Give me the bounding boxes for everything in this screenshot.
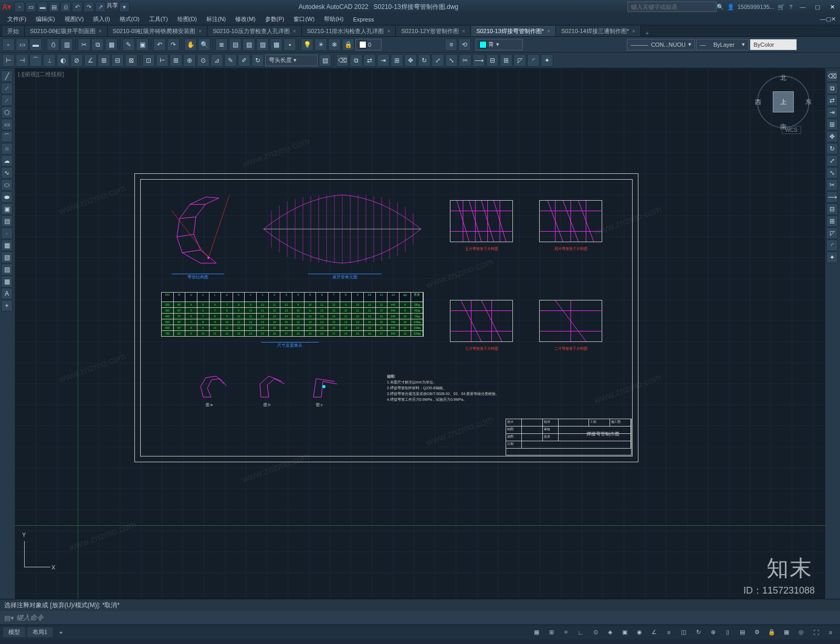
model-icon[interactable]: ▦ xyxy=(530,627,543,638)
mtext-icon[interactable]: A xyxy=(1,288,13,299)
r-rotate-icon[interactable]: ↻ xyxy=(826,143,838,154)
cut-icon[interactable]: ✂ xyxy=(78,38,90,51)
dim-ord-icon[interactable]: ⟂ xyxy=(43,54,56,67)
arc-icon[interactable]: ⌒ xyxy=(1,131,13,142)
save-icon[interactable]: ▬ xyxy=(37,2,48,12)
zoom-icon[interactable]: 🔍 xyxy=(198,38,211,51)
r-scale-icon[interactable]: ⤢ xyxy=(826,155,838,167)
menu-view[interactable]: 视图(V) xyxy=(60,14,88,24)
r-explode-icon[interactable]: ✦ xyxy=(826,252,838,263)
region-icon[interactable]: ▨ xyxy=(1,264,13,275)
tab-close-icon[interactable]: × xyxy=(387,28,390,34)
new-drawing-icon[interactable]: ▫ xyxy=(2,38,15,51)
tool-icon[interactable]: ▨ xyxy=(256,38,269,51)
preview-icon[interactable]: ▥ xyxy=(60,38,73,51)
dim-arc-icon[interactable]: ⌒ xyxy=(29,54,42,67)
dim-break-icon[interactable]: ⊢ xyxy=(156,54,169,67)
cart-icon[interactable]: 🛒 xyxy=(778,4,785,11)
erase-icon[interactable]: ⌫ xyxy=(336,54,349,67)
minimize-icon[interactable]: — xyxy=(797,2,808,12)
save-drawing-icon[interactable]: ▬ xyxy=(29,38,42,51)
ucs-icon[interactable]: XY xyxy=(24,536,56,567)
layer-dropdown[interactable]: 0 xyxy=(355,39,382,50)
ellipse-icon[interactable]: ⬭ xyxy=(1,179,13,191)
dim-ang-icon[interactable]: ∠ xyxy=(84,54,97,67)
inspect-icon[interactable]: ⊙ xyxy=(197,54,209,67)
tab-close-icon[interactable]: × xyxy=(462,28,465,34)
dim-space-icon[interactable]: ⊡ xyxy=(142,54,155,67)
workspace-icon[interactable]: ⚙ xyxy=(751,627,763,638)
dim-linear-icon[interactable]: ⊢ xyxy=(2,54,15,67)
dimstyle-dropdown[interactable]: 弯头长度 ▾ xyxy=(265,55,318,66)
r-break-icon[interactable]: ⊟ xyxy=(826,203,838,215)
snap-icon[interactable]: ⌗ xyxy=(560,627,572,638)
offset-icon[interactable]: ⇥ xyxy=(377,54,390,67)
r-offset-icon[interactable]: ⇥ xyxy=(826,107,838,118)
file-tab-active[interactable]: S0210-13焊接弯管制作图*× xyxy=(471,26,556,36)
dim-rad-icon[interactable]: ◐ xyxy=(57,54,69,67)
add-layout-icon[interactable]: + xyxy=(55,627,67,638)
file-tab[interactable]: S0210-10压力管检查人孔详图× xyxy=(207,26,302,36)
viewcube-top[interactable]: 上 xyxy=(773,91,794,112)
scale-icon[interactable]: ⤢ xyxy=(432,54,444,67)
join-icon[interactable]: ⊞ xyxy=(500,54,512,67)
viewcube-w[interactable]: 西 xyxy=(755,98,761,107)
viewport-label[interactable]: [-][俯视][二维线框] xyxy=(18,70,64,78)
lock-icon[interactable]: 🔒 xyxy=(342,38,354,51)
new-icon[interactable]: ▫ xyxy=(14,2,25,12)
paste-icon[interactable]: ▦ xyxy=(105,38,118,51)
calc-icon[interactable]: ▪ xyxy=(284,38,296,51)
r-copy-icon[interactable]: ⧉ xyxy=(826,82,838,94)
layer-color-dropdown[interactable]: 青 ▾ xyxy=(476,39,523,50)
dimstyle-icon[interactable]: ▤ xyxy=(319,54,331,67)
cycling-icon[interactable]: ↻ xyxy=(692,627,705,638)
extend-icon[interactable]: ⟶ xyxy=(472,54,485,67)
gradient-icon[interactable]: ▧ xyxy=(1,252,13,263)
transparency-icon[interactable]: ◫ xyxy=(677,627,690,638)
layerprev-icon[interactable]: ⟲ xyxy=(458,38,471,51)
undo2-icon[interactable]: ↶ xyxy=(153,38,166,51)
props-icon[interactable]: ▤ xyxy=(229,38,242,51)
open-drawing-icon[interactable]: ▭ xyxy=(16,38,28,51)
block-icon[interactable]: ▣ xyxy=(136,38,149,51)
quickprops-icon[interactable]: ▤ xyxy=(736,627,749,638)
block2-icon[interactable]: ▤ xyxy=(1,215,13,227)
mirror-icon[interactable]: ⇄ xyxy=(363,54,376,67)
lineweight-dropdown[interactable]: — ByLayer▾ xyxy=(696,39,749,50)
share-button[interactable]: ↗ xyxy=(95,2,106,12)
polygon-icon[interactable]: ⬠ xyxy=(1,107,13,118)
center-icon[interactable]: ⊕ xyxy=(183,54,196,67)
file-tab[interactable]: S0210-14焊接三通制作图*× xyxy=(556,26,641,36)
explode-icon[interactable]: ✦ xyxy=(541,54,553,67)
r-move-icon[interactable]: ✥ xyxy=(826,131,838,142)
hardware-icon[interactable]: ▦ xyxy=(780,627,793,638)
close-icon[interactable]: ✕ xyxy=(826,2,838,12)
command-input[interactable]: ▤▾ 键入命令 xyxy=(0,611,840,625)
annomonitor-icon[interactable]: ⊕ xyxy=(707,627,719,638)
tab-close-icon[interactable]: × xyxy=(198,28,202,34)
rotate-icon[interactable]: ↻ xyxy=(418,54,430,67)
menu-collapse-icon[interactable]: —▢✕ xyxy=(816,15,840,24)
pan-icon[interactable]: ✋ xyxy=(184,38,197,51)
print-icon[interactable]: ⎙ xyxy=(47,38,59,51)
plotcolor-dropdown[interactable]: ByColor xyxy=(750,39,797,50)
tab-model[interactable]: 模型 xyxy=(3,627,25,637)
file-tab[interactable]: S0210-11排水沟检查人孔详图× xyxy=(302,26,396,36)
insert-icon[interactable]: ▣ xyxy=(1,203,13,215)
menu-help[interactable]: 帮助(H) xyxy=(320,14,348,24)
dim-cont-icon[interactable]: ⊠ xyxy=(125,54,138,67)
qat-more-icon[interactable]: ▾ xyxy=(119,2,130,12)
rect-icon[interactable]: ▭ xyxy=(1,119,13,130)
new-tab-icon[interactable]: + xyxy=(641,30,654,36)
table-icon[interactable]: ▦ xyxy=(1,276,13,287)
r-array-icon[interactable]: ⊞ xyxy=(826,119,838,130)
dim-edit-icon[interactable]: ✎ xyxy=(224,54,237,67)
r-trim-icon[interactable]: ✂ xyxy=(826,179,838,191)
otrack-icon[interactable]: ∠ xyxy=(648,627,660,638)
redo2-icon[interactable]: ↷ xyxy=(167,38,180,51)
user-icon[interactable]: 👤 xyxy=(727,4,734,11)
dim-tedit-icon[interactable]: ✐ xyxy=(238,54,250,67)
customize-icon[interactable]: ≡ xyxy=(824,627,837,638)
menu-edit[interactable]: 编辑(E) xyxy=(32,14,59,24)
revcloud-icon[interactable]: ☁ xyxy=(1,155,13,167)
